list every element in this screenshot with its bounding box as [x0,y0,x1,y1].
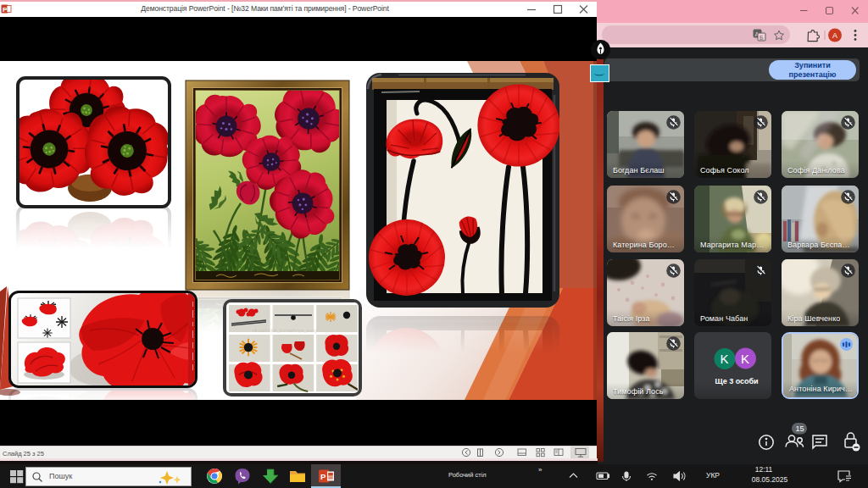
svg-text:K: K [741,352,749,366]
svg-text:P: P [320,472,326,481]
svg-text:vk.com/club_bumazhnye_cvety: vk.com/club_bumazhnye_cvety [253,328,318,333]
svg-text:Ще 3 особи: Ще 3 особи [715,377,759,385]
svg-text:A: A [832,31,837,40]
svg-text:Б: Б [760,35,764,41]
svg-text:K: K [721,352,729,366]
svg-text:15: 15 [796,424,804,433]
